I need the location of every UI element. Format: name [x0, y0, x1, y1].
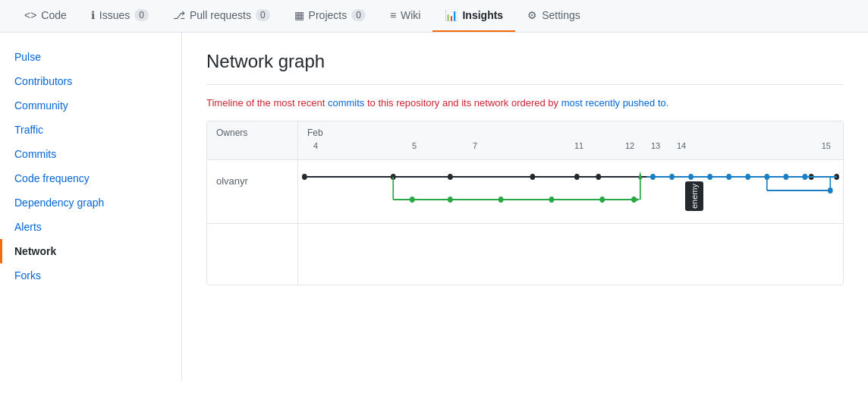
sidebar-item-community[interactable]: Community [0, 93, 181, 118]
svg-point-33 [828, 187, 833, 194]
date-labels-row: 4 5 7 11 12 13 14 15 [307, 141, 834, 153]
network-svg-olvanyr [298, 160, 843, 221]
tab-wiki-label: Wiki [401, 9, 420, 21]
svg-point-25 [726, 174, 731, 180]
projects-badge: 0 [351, 9, 366, 21]
subtitle: Timeline of the most recent commits to t… [206, 97, 844, 109]
issues-badge: 0 [134, 9, 149, 21]
graph-row-olvanyr: olvanyr [207, 160, 843, 224]
svg-point-13 [448, 197, 453, 203]
svg-point-15 [549, 197, 555, 203]
sidebar-item-pulse[interactable]: Pulse [0, 45, 181, 69]
svg-point-26 [745, 174, 750, 180]
tab-issues[interactable]: ℹ Issues 0 [79, 0, 161, 32]
graph-header: Owners Feb 4 5 7 11 12 13 14 15 [207, 121, 843, 160]
sidebar: Pulse Contributors Community Traffic Com… [0, 33, 182, 382]
sidebar-item-contributors[interactable]: Contributors [0, 69, 181, 93]
svg-point-5 [574, 174, 580, 180]
tab-projects-label: Projects [309, 9, 348, 21]
date-14: 14 [677, 141, 686, 150]
tab-wiki[interactable]: ≡ Wiki [378, 0, 433, 32]
date-5: 5 [412, 141, 417, 150]
svg-point-12 [410, 197, 415, 203]
issues-icon: ℹ [91, 9, 95, 21]
projects-icon: ▦ [294, 9, 304, 21]
layout: Pulse Contributors Community Traffic Com… [0, 33, 868, 382]
svg-point-3 [448, 174, 453, 180]
date-7: 7 [473, 141, 477, 150]
graph-area-olvanyr[interactable]: enemy [298, 160, 843, 223]
svg-point-17 [631, 197, 637, 203]
date-11: 11 [574, 141, 583, 150]
month-label: Feb [307, 127, 834, 138]
tab-settings-label: Settings [542, 9, 580, 21]
sidebar-item-alerts[interactable]: Alerts [0, 215, 181, 239]
tab-code[interactable]: <> Code [12, 0, 79, 32]
tab-code-label: Code [41, 9, 66, 21]
pull-requests-icon: ⎇ [173, 9, 185, 21]
tab-insights[interactable]: 📊 Insights [432, 0, 515, 32]
svg-point-4 [530, 174, 536, 180]
pull-requests-badge: 0 [256, 9, 270, 21]
code-icon: <> [24, 9, 36, 21]
tab-issues-label: Issues [99, 9, 130, 21]
main-content: Network graph Timeline of the most recen… [182, 33, 868, 382]
date-13: 13 [651, 141, 660, 150]
date-4: 4 [313, 141, 318, 150]
svg-marker-19 [638, 172, 642, 179]
sidebar-item-dependency-graph[interactable]: Dependency graph [0, 190, 181, 215]
network-graph-container: Owners Feb 4 5 7 11 12 13 14 15 [206, 121, 844, 285]
insights-icon: 📊 [445, 9, 458, 21]
svg-point-16 [599, 197, 605, 203]
tab-pull-requests-label: Pull requests [190, 9, 251, 21]
svg-point-24 [707, 174, 712, 180]
sidebar-item-commits[interactable]: Commits [0, 142, 181, 166]
graph-row-empty [207, 224, 843, 285]
tab-insights-label: Insights [462, 9, 503, 21]
tab-projects[interactable]: ▦ Projects 0 [282, 0, 378, 32]
tag-enemy: enemy [685, 181, 703, 211]
svg-point-29 [803, 174, 808, 180]
svg-point-22 [669, 174, 675, 180]
ordered-link: most recently pushed to. [561, 97, 669, 109]
sidebar-item-network[interactable]: Network [0, 239, 181, 263]
graph-area-empty [298, 224, 843, 285]
svg-point-1 [302, 174, 307, 180]
svg-point-6 [596, 174, 601, 180]
settings-icon: ⚙ [527, 9, 537, 21]
commits-link[interactable]: commits [328, 97, 364, 109]
svg-point-14 [498, 197, 504, 203]
date-15: 15 [822, 141, 831, 150]
tab-pull-requests[interactable]: ⎇ Pull requests 0 [161, 0, 282, 32]
top-nav: <> Code ℹ Issues 0 ⎇ Pull requests 0 ▦ P… [0, 0, 868, 33]
owners-column-header: Owners [207, 121, 298, 159]
owner-olvanyr: olvanyr [207, 160, 298, 223]
page-title: Network graph [206, 51, 844, 85]
svg-point-21 [650, 174, 656, 180]
svg-point-23 [688, 174, 693, 180]
date-12: 12 [625, 141, 634, 150]
sidebar-item-traffic[interactable]: Traffic [0, 118, 181, 142]
owner-empty [207, 224, 298, 285]
sidebar-item-forks[interactable]: Forks [0, 263, 181, 288]
svg-point-28 [784, 174, 789, 180]
sidebar-item-code-frequency[interactable]: Code frequency [0, 166, 181, 190]
wiki-icon: ≡ [390, 9, 396, 21]
tab-settings[interactable]: ⚙ Settings [515, 0, 593, 32]
timeline-column-header: Feb 4 5 7 11 12 13 14 15 [298, 121, 843, 159]
